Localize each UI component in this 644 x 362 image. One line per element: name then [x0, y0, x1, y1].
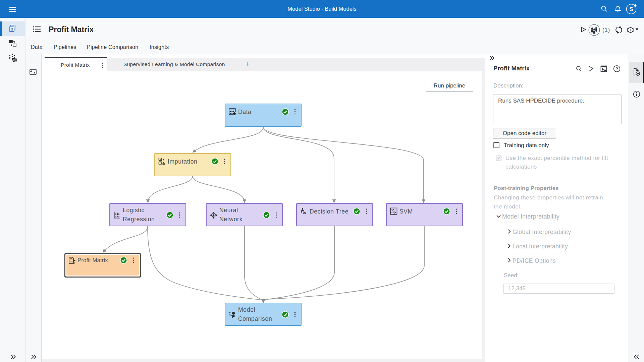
svg-text:?: ? [615, 66, 618, 71]
svg-text:S: S [629, 6, 633, 12]
